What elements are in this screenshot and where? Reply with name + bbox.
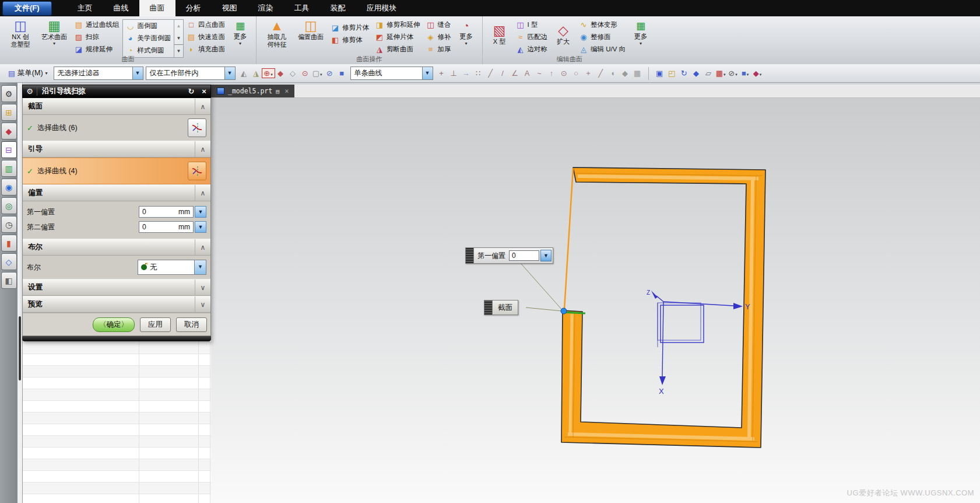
- snap-pole-icon[interactable]: ↑: [546, 69, 558, 78]
- scroll-up-icon[interactable]: ▲: [174, 20, 183, 32]
- table-row[interactable]: [23, 378, 212, 389]
- compass-icon[interactable]: ⊘: [324, 69, 336, 78]
- cancel-button[interactable]: 取消: [176, 317, 207, 332]
- guide-header[interactable]: 引导 ∧: [23, 141, 210, 158]
- extract-geometry-button[interactable]: ▲ 抽取几 何特征: [260, 17, 294, 48]
- zoom-box-icon[interactable]: ◰: [666, 69, 678, 78]
- through-curves-button[interactable]: ▤ 通过曲线组: [71, 19, 122, 31]
- sweep-button[interactable]: ▨ 扫掠: [71, 31, 122, 43]
- hd3d-tools-icon[interactable]: ◉: [1, 179, 17, 195]
- expand-chevron-icon[interactable]: ∨: [195, 280, 210, 295]
- snap-endpoint-icon[interactable]: +: [435, 69, 448, 78]
- gear-icon[interactable]: ⚙: [1, 85, 17, 102]
- table-row[interactable]: [23, 424, 212, 436]
- trim-sheet-button[interactable]: ◪ 修剪片体: [328, 22, 372, 34]
- nx-realize-shape-button[interactable]: ◫ NX 创 意塑型: [3, 17, 37, 48]
- global-shaping-button[interactable]: ∿ 整体变形: [576, 19, 628, 31]
- assembly-navigator-icon[interactable]: ⊞: [1, 104, 17, 121]
- preview-header[interactable]: 预览 ∨: [23, 296, 210, 313]
- model-canvas[interactable]: Y X Z: [211, 85, 980, 503]
- tab-tools[interactable]: 工具: [284, 0, 320, 16]
- table-row[interactable]: [23, 436, 212, 448]
- snap-point-icon[interactable]: ⊕▾: [262, 69, 275, 78]
- dropdown-button-icon[interactable]: ▼: [194, 260, 206, 274]
- surface-ops-more-button[interactable]: ◔ 更多 ▾: [454, 17, 479, 46]
- table-row[interactable]: [23, 494, 212, 503]
- guide-select-curve-row[interactable]: ✓ 选择曲线 (4): [23, 158, 210, 184]
- collapse-chevron-icon[interactable]: ∧: [195, 141, 210, 157]
- tab-home[interactable]: 主页: [67, 0, 103, 16]
- x-form-button[interactable]: ▧ X 型: [486, 17, 513, 46]
- tab-surface[interactable]: 曲面: [139, 0, 175, 16]
- dropdown-button-icon[interactable]: ▼: [422, 67, 433, 79]
- tab-assembly[interactable]: 装配: [320, 0, 356, 16]
- tab-view[interactable]: 视图: [212, 0, 248, 16]
- expand-chevron-icon[interactable]: ∨: [195, 296, 210, 312]
- first-offset-field[interactable]: 0 mm: [139, 206, 194, 218]
- scrollbar-thumb[interactable]: [19, 316, 21, 380]
- patch-button[interactable]: ◈ 修补: [423, 31, 454, 43]
- datum-csys[interactable]: [656, 296, 733, 376]
- wireframe-icon[interactable]: ▱: [702, 69, 715, 78]
- apply-button[interactable]: 应用: [140, 317, 171, 332]
- constraint-navigator-icon[interactable]: ◆: [1, 123, 17, 139]
- selection-box-icon[interactable]: ▢▾: [311, 69, 324, 78]
- system-materials-icon[interactable]: ▮: [1, 235, 17, 252]
- clip-section-icon[interactable]: ◆▾: [751, 69, 764, 78]
- offset-widget-options-icon[interactable]: ▼: [540, 250, 552, 261]
- drag-handle-icon[interactable]: [484, 301, 493, 315]
- dialog-close-icon[interactable]: ×: [198, 87, 210, 96]
- table-row[interactable]: [23, 483, 212, 494]
- untrim-button[interactable]: ◮ 剪断曲面: [372, 43, 423, 55]
- snap-plus-icon[interactable]: +: [582, 69, 595, 78]
- snap-grid-icon[interactable]: ∷: [472, 69, 484, 78]
- part-navigator-icon[interactable]: ⊟: [1, 141, 17, 158]
- scroll-down-icon[interactable]: ▼: [174, 32, 183, 44]
- roles-icon[interactable]: ◧: [1, 272, 17, 289]
- snap-intersection-icon[interactable]: A: [521, 69, 533, 78]
- rotate-view-icon[interactable]: ↻: [678, 69, 690, 78]
- table-row[interactable]: [23, 401, 212, 413]
- table-row[interactable]: [23, 366, 212, 378]
- web-browser-icon[interactable]: ◎: [1, 197, 17, 214]
- trim-and-extend-button[interactable]: ◨ 修剪和延伸: [372, 19, 423, 31]
- ok-button[interactable]: 〈 确定 〉: [93, 317, 135, 332]
- rapid-surface-button[interactable]: ▤ 快速造面: [184, 31, 228, 43]
- enlarge-button[interactable]: ◇ 扩大: [550, 17, 576, 46]
- i-form-button[interactable]: ◫ I 型: [513, 19, 551, 31]
- collapse-chevron-icon[interactable]: ∧: [195, 99, 210, 114]
- trim-body-button[interactable]: ◧ 修剪体: [328, 34, 372, 46]
- snap-grid2-icon[interactable]: ▦: [631, 69, 644, 78]
- section-header[interactable]: 截面 ∧: [23, 98, 210, 115]
- fit-view-icon[interactable]: ▣: [654, 69, 666, 78]
- fill-surface-button[interactable]: ◗ 填充曲面: [184, 43, 228, 55]
- face-blend-button[interactable]: ◡ 面倒圆: [123, 20, 174, 32]
- section-select-curve-row[interactable]: ✓ 选择曲线 (6): [23, 115, 210, 141]
- law-extension-button[interactable]: ◪ 规律延伸: [71, 43, 122, 55]
- offset-header[interactable]: 偏置 ∧: [23, 184, 210, 201]
- show-hide-icon[interactable]: ◭: [238, 69, 250, 78]
- selection-scope-dropdown[interactable]: 仅在工作部件内 ▼: [146, 67, 236, 80]
- tab-curve[interactable]: 曲线: [103, 0, 139, 16]
- drag-handle-icon[interactable]: [466, 248, 474, 263]
- offset-options-icon[interactable]: ▼: [195, 206, 206, 218]
- studio-surface-button[interactable]: ▦ 艺术曲面 ▾: [37, 17, 71, 46]
- snap-diamond-icon[interactable]: ◆: [619, 69, 631, 78]
- selection-filter-dropdown[interactable]: 无选择过滤器 ▼: [54, 67, 143, 80]
- visibility-icon[interactable]: ◮: [250, 69, 262, 78]
- table-row[interactable]: [23, 354, 212, 366]
- surface-more-button[interactable]: ▦ 更多 ▾: [228, 17, 252, 46]
- snap-tangent-icon[interactable]: →: [460, 69, 472, 78]
- edit-surface-more-button[interactable]: ▦ 更多 ▾: [628, 17, 653, 46]
- pan-view-icon[interactable]: ◆: [690, 69, 702, 78]
- snap-segment-icon[interactable]: /: [497, 69, 509, 78]
- table-row[interactable]: [23, 448, 212, 459]
- snap-circle-icon[interactable]: ○: [570, 69, 582, 78]
- table-row[interactable]: [23, 389, 212, 401]
- history-icon[interactable]: ◷: [1, 216, 17, 233]
- offset-options-icon[interactable]: ▼: [195, 221, 206, 233]
- reuse-library-icon[interactable]: ▥: [1, 160, 17, 177]
- guide-curve[interactable]: [564, 168, 573, 309]
- curve-select-button[interactable]: [188, 162, 206, 180]
- collapse-chevron-icon[interactable]: ∧: [195, 185, 210, 201]
